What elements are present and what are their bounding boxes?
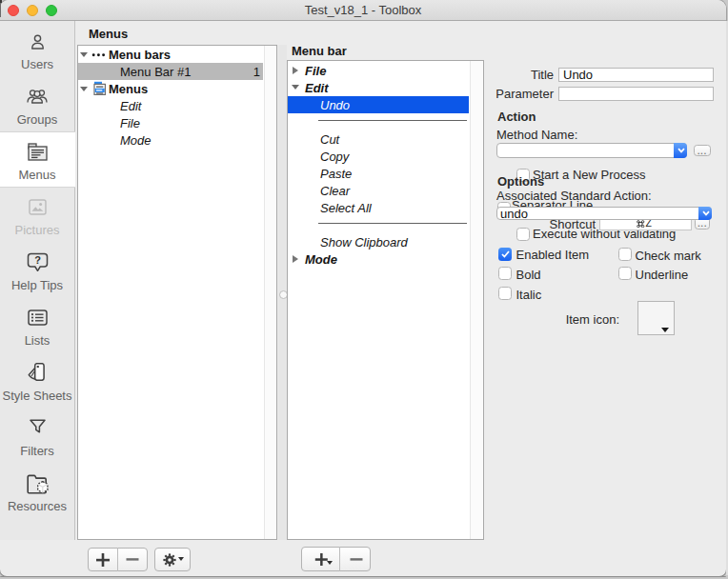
svg-text:?: ? [34,254,41,266]
